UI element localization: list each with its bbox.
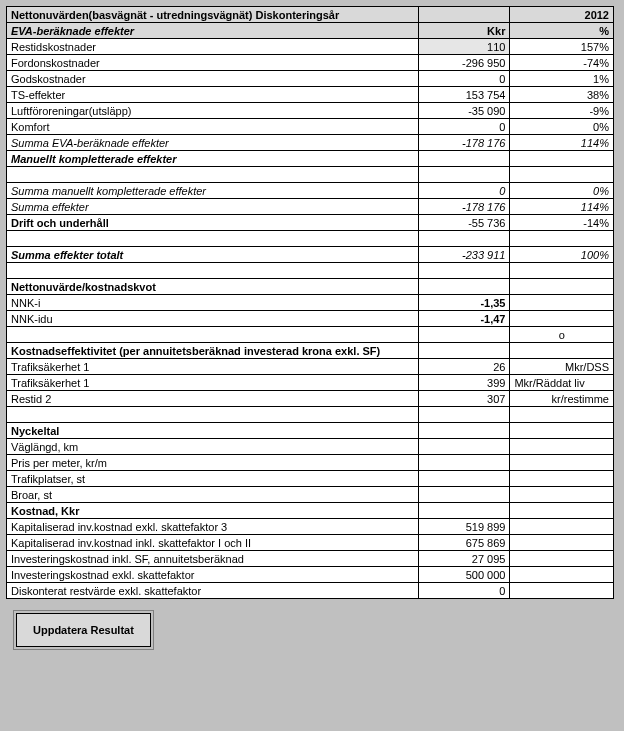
header-title: Nettonuvärden(basvägnät - utredningsvägn…	[7, 7, 419, 23]
row-pct: 1%	[510, 71, 614, 87]
row-pct: 157%	[510, 39, 614, 55]
row-pct: 38%	[510, 87, 614, 103]
row-val: 27 095	[419, 551, 510, 567]
table-row: TS-effekter 153 754 38%	[7, 87, 614, 103]
empty-row	[7, 231, 614, 247]
row-label: Broar, st	[7, 487, 419, 503]
row-label: Drift och underhåll	[7, 215, 419, 231]
effects-sum-row: Summa effekter -178 176 114%	[7, 199, 614, 215]
row-kkr: -233 911	[419, 247, 510, 263]
row-val: -1,47	[419, 311, 510, 327]
row-kkr: -178 176	[419, 199, 510, 215]
cost-header-row: Kostnad, Kkr	[7, 503, 614, 519]
table-row: Investeringskostnad exkl. skattefaktor 5…	[7, 567, 614, 583]
empty-row	[7, 167, 614, 183]
row-val: 675 869	[419, 535, 510, 551]
manual-section-header: Manuellt kompletterade effekter	[7, 151, 419, 167]
row-kkr: -296 950	[419, 55, 510, 71]
row-label: Trafikplatser, st	[7, 471, 419, 487]
row-label: Pris per meter, kr/m	[7, 455, 419, 471]
cost-eff-header: Kostnadseffektivitet (per annuitetsberäk…	[7, 343, 419, 359]
table-row: NNK-i -1,35	[7, 295, 614, 311]
table-row: Kapitaliserad inv.kostnad inkl. skattefa…	[7, 535, 614, 551]
col-kkr-header: Kkr	[419, 23, 510, 39]
row-val: 0	[419, 583, 510, 599]
table-row: Kapitaliserad inv.kostnad exkl. skattefa…	[7, 519, 614, 535]
npv-extra: o	[510, 327, 614, 343]
row-label: Summa effekter	[7, 199, 419, 215]
cost-eff-header-row: Kostnadseffektivitet (per annuitetsberäk…	[7, 343, 614, 359]
row-pct: -74%	[510, 55, 614, 71]
update-result-button[interactable]: Uppdatera Resultat	[16, 613, 151, 647]
row-label: Investeringskostnad inkl. SF, annuitetsb…	[7, 551, 419, 567]
row-val: 307	[419, 391, 510, 407]
row-pct: 100%	[510, 247, 614, 263]
table-row: Komfort 0 0%	[7, 119, 614, 135]
npv-header: Nettonuvärde/kostnadskvot	[7, 279, 419, 295]
row-label: Trafiksäkerhet 1	[7, 359, 419, 375]
table-row: Trafiksäkerhet 1 399 Mkr/Räddat liv	[7, 375, 614, 391]
row-label: Luftföroreningar(utsläpp)	[7, 103, 419, 119]
row-label: Restid 2	[7, 391, 419, 407]
row-unit: kr/restimme	[510, 391, 614, 407]
empty-row	[7, 263, 614, 279]
total-row: Summa effekter totalt -233 911 100%	[7, 247, 614, 263]
table-row: Luftföroreningar(utsläpp) -35 090 -9%	[7, 103, 614, 119]
row-kkr: 0	[419, 183, 510, 199]
row-kkr: -178 176	[419, 135, 510, 151]
row-label: Restidskostnader	[7, 39, 419, 55]
manual-sum-row: Summa manuellt kompletterade effekter 0 …	[7, 183, 614, 199]
row-label: NNK-idu	[7, 311, 419, 327]
row-label: Väglängd, km	[7, 439, 419, 455]
row-label: Kapitaliserad inv.kostnad exkl. skattefa…	[7, 519, 419, 535]
table-row: Diskonterat restvärde exkl. skattefaktor…	[7, 583, 614, 599]
manual-header-row: Manuellt kompletterade effekter	[7, 151, 614, 167]
row-kkr: 153 754	[419, 87, 510, 103]
row-pct: 114%	[510, 135, 614, 151]
row-kkr: 0	[419, 119, 510, 135]
row-val: -1,35	[419, 295, 510, 311]
npv-header-row: Nettonuvärde/kostnadskvot	[7, 279, 614, 295]
row-label: NNK-i	[7, 295, 419, 311]
row-kkr: 110	[419, 39, 510, 55]
table-row: Broar, st	[7, 487, 614, 503]
row-kkr: -35 090	[419, 103, 510, 119]
table-row: Restidskostnader 110 157%	[7, 39, 614, 55]
row-pct: -9%	[510, 103, 614, 119]
row-label: Diskonterat restvärde exkl. skattefaktor	[7, 583, 419, 599]
row-val: 399	[419, 375, 510, 391]
table-row: Godskostnader 0 1%	[7, 71, 614, 87]
row-unit: Mkr/Räddat liv	[510, 375, 614, 391]
row-label: Summa EVA-beräknade effekter	[7, 135, 419, 151]
row-label: Summa effekter totalt	[7, 247, 419, 263]
header-blank	[419, 7, 510, 23]
row-unit: Mkr/DSS	[510, 359, 614, 375]
empty-row	[7, 407, 614, 423]
row-val: 519 899	[419, 519, 510, 535]
table-row: Fordonskostnader -296 950 -74%	[7, 55, 614, 71]
row-pct: 114%	[510, 199, 614, 215]
row-label: Trafiksäkerhet 1	[7, 375, 419, 391]
eva-sum-row: Summa EVA-beräknade effekter -178 176 11…	[7, 135, 614, 151]
row-label: Fordonskostnader	[7, 55, 419, 71]
row-label: Komfort	[7, 119, 419, 135]
drift-row: Drift och underhåll -55 736 -14%	[7, 215, 614, 231]
eva-section-header: EVA-beräknade effekter	[7, 23, 419, 39]
table-row: Väglängd, km	[7, 439, 614, 455]
table-row: Trafiksäkerhet 1 26 Mkr/DSS	[7, 359, 614, 375]
row-label: Godskostnader	[7, 71, 419, 87]
table-row: Trafikplatser, st	[7, 471, 614, 487]
key-header: Nyckeltal	[7, 423, 419, 439]
key-header-row: Nyckeltal	[7, 423, 614, 439]
table-row: NNK-idu -1,47	[7, 311, 614, 327]
row-label: Kapitaliserad inv.kostnad inkl. skattefa…	[7, 535, 419, 551]
row-kkr: -55 736	[419, 215, 510, 231]
row-val: 26	[419, 359, 510, 375]
row-kkr: 0	[419, 71, 510, 87]
npv-extra-row: o	[7, 327, 614, 343]
data-table: Nettonuvärden(basvägnät - utredningsvägn…	[6, 6, 614, 599]
row-label: Investeringskostnad exkl. skattefaktor	[7, 567, 419, 583]
row-pct: -14%	[510, 215, 614, 231]
col-pct-header: %	[510, 23, 614, 39]
row-val: 500 000	[419, 567, 510, 583]
